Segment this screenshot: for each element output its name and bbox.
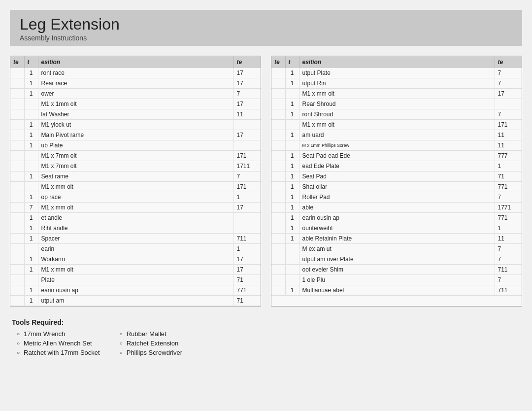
cell-desc: utput am bbox=[38, 296, 233, 306]
cell-qty bbox=[271, 99, 285, 109]
cell-cnt bbox=[285, 275, 299, 285]
cell-desc: M1 x mm olt bbox=[38, 265, 233, 275]
cell-cnt bbox=[24, 151, 38, 161]
cell-num: 7 bbox=[495, 254, 522, 265]
table-row: 1 earin ousin ap 771 bbox=[271, 213, 522, 223]
table-row: 1 Rear Shroud bbox=[271, 99, 522, 109]
cell-desc: M x 1mm Phillips Screw bbox=[299, 140, 495, 151]
cell-qty bbox=[271, 89, 285, 99]
cell-desc: Plate bbox=[38, 275, 233, 285]
cell-num: 7 bbox=[233, 89, 261, 99]
cell-qty bbox=[271, 130, 285, 140]
cell-qty bbox=[10, 296, 24, 306]
table-row: M x 1mm Phillips Screw 11 bbox=[271, 140, 522, 151]
cell-desc: ower bbox=[38, 89, 233, 99]
table-row: 1 ub Plate bbox=[10, 140, 261, 151]
table-row: M1 x mm olt 171 bbox=[271, 120, 522, 130]
table-row: 1 Shat ollar 771 bbox=[271, 182, 522, 192]
cell-desc: ront race bbox=[38, 68, 233, 78]
parts-table-right: te t esition te 1 utput Plate 7 1 utput … bbox=[271, 56, 522, 307]
tool-item: Ratchet with 17mm Socket bbox=[17, 349, 100, 356]
cell-desc: Main Pivot rame bbox=[38, 130, 233, 140]
cell-desc: M ex am ut bbox=[299, 244, 495, 254]
cell-num: 1 bbox=[495, 223, 522, 234]
table-row: lat Washer 11 bbox=[10, 109, 261, 120]
cell-qty bbox=[10, 223, 24, 234]
cell-num: 71 bbox=[495, 171, 522, 182]
table-row: 1 able 1771 bbox=[271, 203, 522, 213]
col-header-esition-right: esition bbox=[299, 56, 495, 68]
cell-cnt: 1 bbox=[285, 151, 299, 161]
cell-qty bbox=[271, 120, 285, 130]
table-row: 1 Workarm 17 bbox=[10, 254, 261, 265]
cell-num: 171 bbox=[233, 182, 261, 192]
table-row: 1 Seat rame 7 bbox=[10, 171, 261, 182]
cell-cnt bbox=[285, 265, 299, 275]
tables-row: te t esition te 1 ront race 17 1 Rear ra… bbox=[10, 56, 522, 307]
cell-num bbox=[233, 213, 261, 223]
cell-qty bbox=[10, 151, 24, 161]
table-row: M1 x mm olt 171 bbox=[10, 182, 261, 192]
cell-desc: oot eveler Shim bbox=[299, 265, 495, 275]
cell-desc: ront Shroud bbox=[299, 109, 495, 120]
table-row: 1 Roller Pad 7 bbox=[271, 192, 522, 203]
cell-qty bbox=[10, 275, 24, 285]
cell-num: 17 bbox=[233, 254, 261, 265]
cell-cnt: 1 bbox=[285, 213, 299, 223]
cell-cnt: 1 bbox=[24, 192, 38, 203]
cell-qty bbox=[10, 78, 24, 89]
cell-cnt: 1 bbox=[24, 78, 38, 89]
cell-qty bbox=[10, 203, 24, 213]
cell-qty bbox=[271, 78, 285, 89]
cell-cnt: 1 bbox=[285, 78, 299, 89]
cell-cnt: 1 bbox=[24, 254, 38, 265]
table-row: 1 Seat Pad ead Ede 777 bbox=[271, 151, 522, 161]
cell-num: 771 bbox=[233, 285, 261, 296]
page-subtitle: Assembly Instructions bbox=[20, 34, 512, 42]
table-row: 1 utput Plate 7 bbox=[271, 68, 522, 78]
cell-qty bbox=[10, 254, 24, 265]
page-title: Leg Extension bbox=[20, 16, 512, 33]
cell-num: 1 bbox=[233, 244, 261, 254]
cell-desc: earin bbox=[38, 244, 233, 254]
table-row: Plate 71 bbox=[10, 275, 261, 285]
cell-num bbox=[233, 223, 261, 234]
cell-qty bbox=[10, 265, 24, 275]
cell-qty bbox=[10, 171, 24, 182]
tool-item: Phillips Screwdriver bbox=[120, 349, 182, 356]
cell-num: 17 bbox=[233, 203, 261, 213]
cell-cnt: 1 bbox=[24, 285, 38, 296]
table-row: 1 Spacer 711 bbox=[10, 234, 261, 244]
cell-cnt: 1 bbox=[285, 182, 299, 192]
table-row: 1 et andle bbox=[10, 213, 261, 223]
cell-desc: M1 ylock ut bbox=[38, 120, 233, 130]
col-header-num-left: te bbox=[233, 56, 261, 68]
table-row: M1 x 1mm olt 17 bbox=[10, 99, 261, 109]
cell-qty bbox=[271, 285, 285, 296]
cell-desc: Multianuae abel bbox=[299, 285, 495, 296]
cell-desc: Roller Pad bbox=[299, 192, 495, 203]
cell-desc: Seat Pad bbox=[299, 171, 495, 182]
cell-desc: earin ousin ap bbox=[38, 285, 233, 296]
table-row: 7 M1 x mm olt 17 bbox=[10, 203, 261, 213]
cell-desc: M1 x mm olt bbox=[299, 89, 495, 99]
cell-desc: M1 x 1mm olt bbox=[38, 99, 233, 109]
cell-num: 17 bbox=[233, 68, 261, 78]
cell-desc: Seat rame bbox=[38, 171, 233, 182]
cell-num: 71 bbox=[233, 275, 261, 285]
cell-num: 17 bbox=[233, 99, 261, 109]
cell-num: 171 bbox=[233, 151, 261, 161]
tool-item: Metric Allen Wrench Set bbox=[17, 340, 100, 347]
cell-num: 711 bbox=[495, 265, 522, 275]
cell-qty bbox=[271, 223, 285, 234]
cell-cnt: 1 bbox=[24, 234, 38, 244]
cell-num bbox=[495, 99, 522, 109]
cell-desc: 1 ole Plu bbox=[299, 275, 495, 285]
cell-cnt bbox=[24, 182, 38, 192]
cell-desc: am uard bbox=[299, 130, 495, 140]
table-row: oot eveler Shim 711 bbox=[271, 265, 522, 275]
header: Leg Extension Assembly Instructions bbox=[10, 10, 522, 46]
cell-cnt: 1 bbox=[24, 213, 38, 223]
tools-list-col2: Rubber MalletRatchet ExtensionPhillips S… bbox=[120, 330, 182, 358]
cell-num: 711 bbox=[233, 234, 261, 244]
